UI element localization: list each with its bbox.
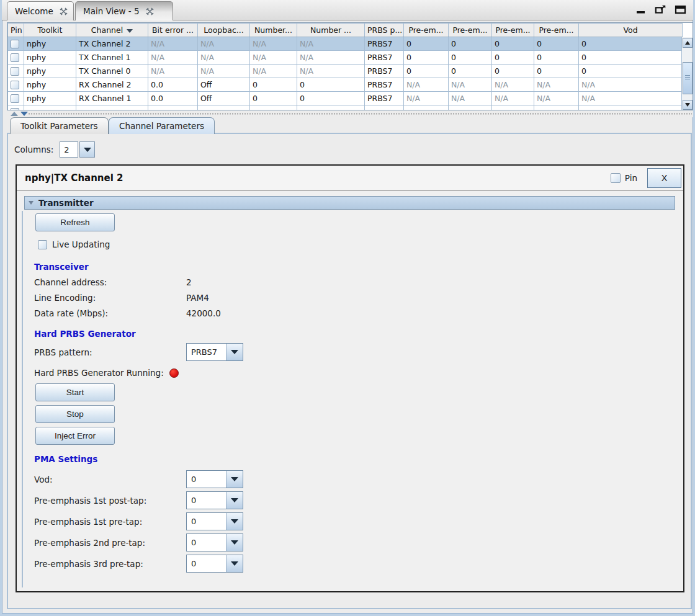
cell[interactable]: 0 (404, 37, 449, 51)
dropdown-arrow-icon[interactable] (226, 555, 243, 572)
maximize-button[interactable] (675, 4, 687, 15)
table-row[interactable]: nphy RX Channel 1 0.0 Off 0 0 PRBS7 N/A … (8, 92, 683, 105)
dropdown-arrow-icon[interactable] (226, 492, 243, 509)
cell[interactable]: N/A (148, 65, 198, 78)
column-header-number-2[interactable]: Number ... (297, 24, 365, 37)
column-header-bit-error[interactable]: Bit error ... (148, 24, 198, 37)
cell[interactable]: 0 (579, 37, 683, 51)
tab-main-view[interactable]: Main View - 5 (75, 1, 173, 20)
cell[interactable]: N/A (198, 37, 250, 51)
section-expander-icon[interactable] (29, 201, 34, 205)
restore-button[interactable] (655, 4, 667, 15)
column-header-pre-emphasis-1[interactable]: Pre-em... (404, 24, 449, 37)
close-icon[interactable] (60, 7, 68, 16)
dropdown-arrow-icon[interactable] (226, 344, 243, 360)
tab-welcome[interactable]: Welcome (7, 1, 74, 20)
column-header-pre-emphasis-2[interactable]: Pre-em... (449, 24, 492, 37)
cell[interactable]: PRBS7 (365, 65, 404, 78)
table-row[interactable]: nphy TX Channel 2 N/A N/A N/A N/A PRBS7 … (8, 37, 683, 51)
cell[interactable]: 0.0 (148, 92, 198, 105)
cell[interactable]: 0 (250, 92, 297, 105)
column-header-pre-emphasis-4[interactable]: Pre-em... (534, 24, 579, 37)
cell[interactable]: 0 (492, 51, 534, 65)
dropdown-arrow-icon[interactable] (226, 513, 243, 530)
cell[interactable]: 0 (449, 65, 492, 78)
cell[interactable]: 0 (297, 78, 365, 92)
cell[interactable]: 0 (534, 65, 579, 78)
table-row[interactable]: nphy TX Channel 0 N/A N/A N/A N/A PRBS7 … (8, 65, 683, 78)
column-header-loopback[interactable]: Loopbac... (198, 24, 250, 37)
cell[interactable]: N/A (297, 65, 365, 78)
cell[interactable]: RX Channel 1 (76, 92, 148, 105)
stop-button[interactable]: Stop (35, 405, 115, 423)
cell[interactable]: N/A (250, 65, 297, 78)
cell[interactable]: 0 (250, 78, 297, 92)
table-row[interactable]: nphy TX Channel 1 N/A N/A N/A N/A PRBS7 … (8, 51, 683, 65)
cell[interactable]: 0 (449, 51, 492, 65)
cell[interactable]: 0 (404, 51, 449, 65)
cell[interactable]: nphy (24, 92, 76, 105)
column-header-number-1[interactable]: Number... (250, 24, 297, 37)
cell[interactable]: N/A (492, 92, 534, 105)
collapse-up-icon[interactable] (11, 112, 18, 116)
cell[interactable]: N/A (449, 78, 492, 92)
pin-checkbox[interactable] (11, 94, 19, 103)
cell[interactable]: N/A (250, 51, 297, 65)
cell[interactable]: N/A (534, 92, 579, 105)
scroll-up-button[interactable] (683, 38, 693, 48)
cell[interactable]: N/A (404, 92, 449, 105)
close-panel-button[interactable]: X (647, 168, 681, 188)
pre-emphasis-2nd-pre-tap-select[interactable]: 0 (186, 533, 243, 551)
start-button[interactable]: Start (35, 383, 115, 401)
cell[interactable]: PRBS7 (365, 51, 404, 65)
table-scrollbar[interactable] (681, 37, 693, 110)
live-updating-checkbox[interactable] (38, 240, 47, 249)
pre-emphasis-3rd-pre-tap-select[interactable]: 0 (186, 555, 243, 573)
cell[interactable]: 0 (297, 92, 365, 105)
pre-emphasis-1st-post-tap-select[interactable]: 0 (186, 491, 243, 509)
cell[interactable]: N/A (148, 37, 198, 51)
cell[interactable]: TX Channel 0 (76, 65, 148, 78)
dropdown-arrow-icon[interactable] (226, 471, 243, 488)
inject-error-button[interactable]: Inject Error (35, 427, 115, 445)
dropdown-arrow-icon[interactable] (79, 141, 95, 158)
cell[interactable]: N/A (579, 92, 683, 105)
cell[interactable]: PRBS7 (365, 37, 404, 51)
pin-checkbox[interactable] (611, 173, 621, 183)
cell[interactable]: N/A (404, 78, 449, 92)
cell[interactable]: nphy (24, 78, 76, 92)
cell[interactable]: N/A (534, 78, 579, 92)
tab-toolkit-parameters[interactable]: Toolkit Parameters (10, 117, 109, 134)
column-header-toolkit[interactable]: Toolkit (24, 24, 76, 37)
cell[interactable]: N/A (148, 51, 198, 65)
scroll-down-button[interactable] (683, 100, 693, 110)
table-row[interactable]: nphy RX Channel 2 0.0 Off 0 0 PRBS7 N/A … (8, 78, 683, 92)
cell[interactable]: 0 (492, 65, 534, 78)
prbs-pattern-select[interactable]: PRBS7 (186, 343, 243, 361)
pin-checkbox[interactable] (11, 81, 19, 89)
close-icon[interactable] (146, 7, 154, 16)
column-header-channel[interactable]: Channel (76, 24, 148, 37)
cell[interactable]: PRBS7 (365, 92, 404, 105)
pin-checkbox[interactable] (11, 40, 19, 48)
cell[interactable]: 0 (492, 37, 534, 51)
pin-checkbox[interactable] (11, 53, 19, 62)
cell[interactable]: TX Channel 2 (76, 37, 148, 51)
split-handle[interactable] (7, 110, 693, 117)
cell[interactable]: nphy (24, 37, 76, 51)
pre-emphasis-1st-pre-tap-select[interactable]: 0 (186, 512, 243, 530)
cell[interactable]: N/A (198, 65, 250, 78)
cell[interactable]: 0 (534, 37, 579, 51)
cell[interactable]: Off (198, 92, 250, 105)
vod-select[interactable]: 0 (186, 470, 243, 488)
cell[interactable]: TX Channel 1 (76, 51, 148, 65)
column-header-pre-emphasis-3[interactable]: Pre-em... (492, 24, 534, 37)
column-header-prbs-pattern[interactable]: PRBS p... (365, 24, 404, 37)
cell[interactable]: Off (198, 78, 250, 92)
cell[interactable]: 0 (534, 51, 579, 65)
cell[interactable]: 0 (404, 65, 449, 78)
cell[interactable]: 0 (579, 51, 683, 65)
minimize-button[interactable] (635, 4, 647, 15)
columns-select[interactable]: 2 (60, 141, 95, 158)
cell[interactable]: N/A (297, 37, 365, 51)
